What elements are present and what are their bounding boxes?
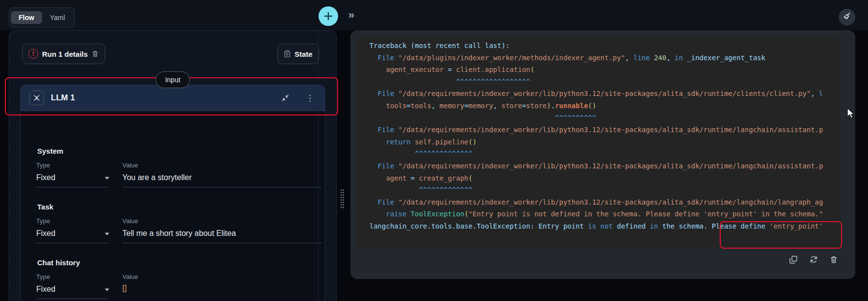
section-label-system: System: [37, 147, 63, 155]
code-line: File "/data/plugins/indexer_worker/metho…: [357, 52, 840, 64]
collapse-icon[interactable]: [281, 94, 289, 102]
type-value: Fixed: [36, 229, 55, 238]
flow-canvas[interactable]: ! Run 1 details State LLM 1: [9, 30, 337, 301]
clear-button[interactable]: [839, 9, 855, 25]
code-line: File "/data/requirements/indexer_worker/…: [357, 160, 840, 172]
code-line: ^^^^^^^^^^: [357, 112, 840, 124]
chevron-down-icon: ▾: [105, 286, 110, 293]
code-line: ^^^^^^^^^^^^^^^^^^: [357, 76, 840, 88]
type-label: Type: [36, 273, 50, 280]
value-label: Value: [122, 217, 138, 225]
output-actions: [789, 255, 838, 264]
copy-icon[interactable]: [789, 255, 798, 264]
type-value: Fixed: [36, 173, 55, 182]
chevron-down-icon: ▾: [105, 175, 110, 181]
section-label-chat-history: Chat history: [37, 258, 80, 267]
clipboard-icon: [284, 50, 291, 58]
code-line: ^^^^^^^^^^^^^^: [357, 148, 840, 160]
view-mode-switch: Flow Yaml: [9, 7, 75, 28]
code-line: Traceback (most recent call last):: [357, 40, 840, 52]
panel-resize-handle[interactable]: [340, 189, 344, 209]
code-line: tools=tools, memory=memory, store=store)…: [357, 100, 840, 112]
delete-output-icon[interactable]: [830, 255, 838, 264]
state-label: State: [295, 50, 313, 58]
section-label-task: Task: [37, 203, 53, 211]
error-icon: !: [28, 49, 38, 59]
state-button[interactable]: State: [277, 44, 319, 64]
value-label: Value: [122, 273, 138, 280]
chevron-down-icon: ▾: [105, 231, 110, 237]
code-line: langchain_core.tools.base.ToolException:…: [357, 220, 840, 232]
collapse-sidebar-icon[interactable]: »: [348, 9, 351, 22]
refresh-icon[interactable]: [809, 255, 818, 264]
mouse-cursor: [846, 108, 855, 121]
value-field-chat-history[interactable]: []: [122, 284, 127, 293]
llm-node-icon: [29, 91, 44, 105]
value-field-task[interactable]: Tell me a short story about Elitea: [122, 229, 236, 238]
traceback-block[interactable]: Traceback (most recent call last): File …: [357, 38, 840, 248]
node-llm-1[interactable]: LLM 1 ⋮ System Type Fixed ▾ Value You ar…: [20, 85, 325, 301]
node-title: LLM 1: [51, 93, 75, 103]
code-line: File "/data/requirements/indexer_worker/…: [357, 124, 840, 136]
type-select-chat-history[interactable]: Fixed ▾: [36, 285, 109, 299]
trash-icon[interactable]: [91, 50, 99, 58]
node-header[interactable]: LLM 1 ⋮: [21, 85, 325, 111]
code-line: File "/data/requirements/indexer_worker/…: [357, 196, 840, 208]
type-label: Type: [36, 162, 50, 169]
traceback-code: Traceback (most recent call last): File …: [357, 40, 840, 232]
code-line: agent = create_graph(: [357, 172, 840, 185]
value-field-system[interactable]: You are a storyteller: [122, 173, 192, 182]
value-underline: [122, 187, 322, 187]
code-line: raise ToolException("Entry point is not …: [357, 208, 840, 220]
type-select-task[interactable]: Fixed ▾: [36, 229, 109, 243]
plus-icon: [323, 11, 333, 21]
value-underline: [122, 243, 322, 243]
node-input-badge: Input: [156, 71, 190, 88]
value-label: Value: [122, 162, 138, 169]
panel-divider: [318, 31, 319, 301]
code-line: return self.pipeline(): [357, 136, 840, 148]
tab-flow[interactable]: Flow: [11, 11, 42, 24]
run-details-label: Run 1 details: [42, 50, 88, 58]
run-details-chip[interactable]: ! Run 1 details: [22, 44, 105, 64]
code-line: ^^^^^^^^^^^^^: [357, 184, 840, 196]
code-line: File "/data/requirements/indexer_worker/…: [357, 88, 840, 100]
kebab-menu-icon[interactable]: ⋮: [306, 97, 314, 99]
broom-icon: [843, 12, 851, 23]
tab-yaml[interactable]: Yaml: [42, 11, 73, 24]
type-value: Fixed: [36, 285, 55, 294]
code-line: agent_executor = client.application(: [357, 64, 840, 76]
top-header: [0, 0, 868, 30]
run-output-panel: Traceback (most recent call last): File …: [350, 30, 855, 279]
type-label: Type: [36, 217, 50, 225]
type-select-system[interactable]: Fixed ▾: [36, 173, 109, 187]
add-node-button[interactable]: [319, 6, 338, 26]
